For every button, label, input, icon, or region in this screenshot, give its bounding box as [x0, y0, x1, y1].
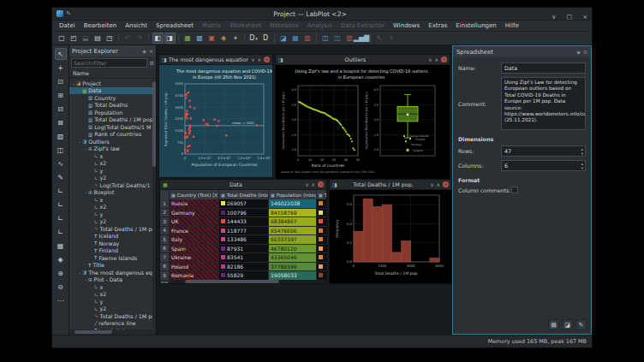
float-icon[interactable]: ◈ — [142, 48, 146, 54]
auto-scale-x-tool-button[interactable]: ▧ — [55, 130, 67, 142]
data-window-titlebar[interactable]: ▦ Data ∨ ∧ × — [160, 180, 326, 190]
zoom-select-tool-button[interactable]: ⊡ — [55, 75, 67, 87]
cell-country[interactable]: Spain — [170, 245, 219, 254]
tree-item-x2[interactable]: ∟x2 — [69, 204, 156, 211]
cell-deaths-per-1m[interactable] — [317, 253, 326, 263]
statistics-button[interactable]: ▂▅▇ — [356, 33, 367, 44]
tree-item-y[interactable]: ∟y — [69, 298, 156, 306]
name-field[interactable]: Data — [501, 62, 586, 74]
cell-population[interactable]: 65476606 — [269, 227, 317, 236]
menu-einstellungen[interactable]: Einstellungen — [451, 22, 500, 29]
cell-total-deaths[interactable]: 144433 — [219, 217, 269, 227]
equation-worksheet[interactable]: 04.0×10⁷8.0×10⁷1.2×10⁸1.6×10⁸07501500225… — [159, 65, 272, 177]
cell-deaths-per-1m[interactable] — [317, 263, 326, 272]
edit-button[interactable]: ✎ — [575, 319, 587, 330]
axis-right-tool-button[interactable]: ∟ — [55, 226, 67, 238]
stepper-arrows-icon[interactable]: ▴▾ — [581, 147, 583, 156]
maximize-icon[interactable]: ∧ — [312, 181, 315, 187]
menu-worksheet[interactable]: Worksheet — [225, 22, 265, 29]
row-number[interactable]: 7 — [160, 253, 170, 263]
restore-icon[interactable]: ∨ — [430, 181, 433, 187]
tree-item-x2[interactable]: ∟x2 — [69, 160, 156, 168]
new-notebook-button[interactable]: ◈ — [218, 33, 230, 44]
menu-hilfe[interactable]: Hilfe — [501, 22, 523, 29]
close-icon[interactable]: × — [318, 181, 324, 187]
outliers-chart[interactable]: Using Zipf's law and a boxplot for detec… — [276, 65, 448, 179]
cell-country[interactable]: Romania — [170, 271, 219, 281]
cell-total-deaths[interactable]: 100796 — [219, 209, 269, 218]
outliers-window-titlebar[interactable]: ◨ Outliers ∨ ∧ × — [276, 55, 450, 65]
tree-item-y2[interactable]: ∟y2 — [69, 306, 156, 313]
legend-tool-button[interactable]: ◈ — [55, 253, 67, 265]
grid-tool-button[interactable]: ▦ — [55, 240, 67, 252]
cell-total-deaths[interactable]: 82186 — [219, 263, 269, 272]
tree-item-y[interactable]: ∟y — [69, 167, 156, 175]
column-header-population-integer-y[interactable]: ▦Population (Integer) [Y] — [269, 190, 317, 199]
maximize-button[interactable]: □ — [566, 14, 572, 21]
search-input[interactable] — [71, 58, 147, 68]
tree-item-country[interactable]: ▥Country — [69, 94, 156, 102]
tree-item-norway[interactable]: TNorway — [69, 240, 156, 247]
tree-item-total-deaths[interactable]: ▥Total Deaths — [69, 102, 156, 110]
gear-icon[interactable]: ⊙ — [583, 49, 587, 55]
row-number[interactable]: 2 — [160, 209, 170, 218]
tree-item-data[interactable]: ⌄▦Data — [69, 87, 156, 95]
tree-item-plot-data[interactable]: ⌄⊞Plot - Data — [69, 276, 156, 284]
auto-scale-y-tool-button[interactable]: ◫ — [55, 144, 67, 156]
maximize-icon[interactable]: ∧ — [435, 56, 438, 62]
name-column-header[interactable]: Name — [69, 69, 156, 79]
menu-notebook[interactable]: Notebook — [265, 22, 303, 29]
new-project-button[interactable]: ▢ — [57, 33, 68, 44]
row-number[interactable]: 9 — [160, 271, 170, 281]
cell-country[interactable]: France — [170, 227, 219, 236]
cell-population[interactable]: 68384867 — [269, 217, 317, 227]
tree-item-x[interactable]: ∟x — [69, 152, 156, 160]
new-database-button[interactable]: ▥ — [344, 33, 355, 44]
minimize-button[interactable]: ∨ — [552, 14, 556, 21]
corner-cell[interactable] — [160, 190, 170, 199]
draw-tool-button[interactable]: ✎ — [55, 171, 67, 183]
close-icon[interactable]: × — [441, 56, 447, 62]
close-icon[interactable]: × — [443, 181, 449, 187]
new-live-data-button[interactable]: ▥ — [302, 33, 313, 44]
cell-deaths-per-1m[interactable] — [317, 217, 326, 227]
menu-data-extractor[interactable]: Data Extractor — [337, 22, 389, 29]
toggle-properties-explorer-button[interactable]: ◨ — [164, 33, 176, 44]
more-tools-button[interactable]: ⋯ — [55, 294, 67, 306]
zoom-in-tool-button[interactable]: ⊕ — [55, 267, 67, 279]
import-data-button[interactable]: D▾ — [248, 33, 259, 44]
open-project-button[interactable]: ◰ — [69, 33, 80, 44]
cell-deaths-per-1m[interactable] — [317, 199, 326, 209]
tree-item-y[interactable]: ∟y — [69, 211, 156, 218]
float-icon[interactable]: ◈ — [576, 49, 581, 55]
tree-item-x2[interactable]: ∟x2 — [69, 291, 156, 299]
cell-country[interactable]: Ukraine — [170, 253, 219, 263]
zoom-y-tool-button[interactable]: ⊟ — [55, 103, 67, 115]
titlebar[interactable]: ✎ Project — LabPlot <2> ∨ □ × — [52, 8, 592, 21]
axis-left-tool-button[interactable]: ∟ — [55, 185, 67, 197]
comment-field[interactable]: Using Zipf's Law for detecting European … — [501, 77, 586, 130]
cell-population[interactable]: 84158769 — [269, 209, 317, 218]
column-header-total-deaths-integer-y[interactable]: ▦Total Deaths (Integer) [Y] — [219, 190, 269, 199]
columns-stepper[interactable]: 6 ▴▾ — [501, 160, 586, 171]
maximize-icon[interactable]: ∧ — [437, 181, 440, 187]
crosshair-tool-button[interactable]: + — [55, 62, 67, 74]
menu-ansicht[interactable]: Ansicht — [121, 22, 152, 29]
restore-icon[interactable]: ∨ — [305, 181, 308, 187]
menu-spreadsheet[interactable]: Spreadsheet — [152, 22, 198, 29]
cell-country[interactable]: Italy — [170, 235, 219, 245]
cell-total-deaths[interactable]: 133486 — [219, 235, 269, 245]
new-script-button[interactable]: ◫ — [332, 33, 343, 44]
menu-bearbeiten[interactable]: Bearbeiten — [80, 22, 121, 29]
tree-item-boxplot[interactable]: ⌄⊞Boxplot — [69, 189, 156, 197]
cell-total-deaths[interactable]: 83541 — [219, 253, 269, 263]
vertical-scrollbar[interactable] — [152, 80, 156, 328]
row-number[interactable]: 5 — [160, 235, 170, 245]
new-spreadsheet-button[interactable]: ▦ — [182, 33, 194, 44]
tree-item-population[interactable]: ▥Population — [69, 109, 156, 116]
row-number[interactable]: 6 — [160, 245, 170, 254]
axis-top-tool-button[interactable]: ∟ — [55, 212, 67, 224]
close-icon[interactable]: × — [264, 56, 270, 62]
redo-button[interactable]: ↷ — [134, 33, 146, 44]
new-worksheet-button[interactable]: ▣ — [206, 33, 218, 44]
